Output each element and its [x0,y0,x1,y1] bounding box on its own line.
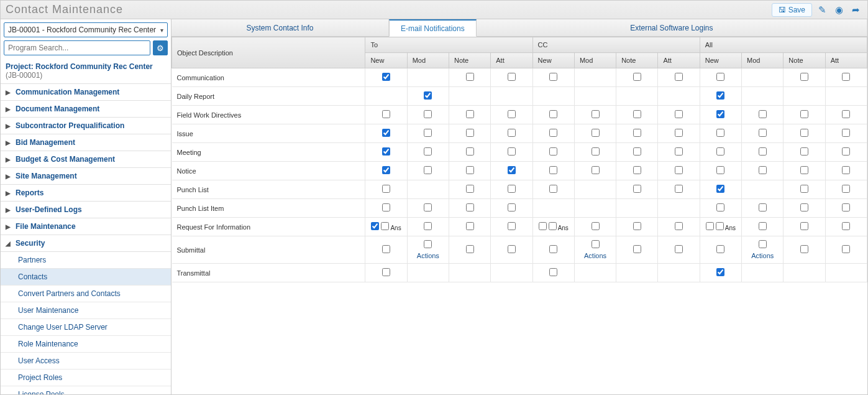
checkbox[interactable] [716,110,724,118]
checkbox[interactable] [675,166,683,174]
checkbox[interactable] [633,129,641,137]
nav-item[interactable]: ▶Subcontractor Prequalification [1,118,171,134]
nav-item[interactable]: ◢Security [1,235,171,252]
checkbox[interactable] [549,166,557,174]
tab-email-notifications[interactable]: E-mail Notifications [389,19,477,37]
checkbox[interactable] [842,222,850,230]
nav-item[interactable]: ▶User-Defined Logs [1,202,171,218]
checkbox[interactable] [549,110,557,118]
checkbox[interactable] [592,110,600,118]
checkbox[interactable] [800,110,808,118]
checkbox[interactable] [549,268,557,276]
checkbox[interactable] [759,166,767,174]
actions-link[interactable]: Actions [747,252,778,259]
checkbox[interactable] [592,166,600,174]
tab-system-contact[interactable]: System Contact Info [171,19,389,36]
checkbox[interactable] [842,73,850,81]
checkbox[interactable] [842,166,850,174]
checkbox[interactable] [759,147,767,156]
checkbox[interactable] [633,222,641,230]
nav-item[interactable]: ▶Site Management [1,168,171,185]
checkbox[interactable] [466,222,474,230]
checkbox-ans[interactable] [716,222,724,230]
checkbox[interactable] [716,129,724,137]
checkbox[interactable] [675,147,683,156]
nav-sub-item[interactable]: User Access [1,353,171,369]
checkbox[interactable] [508,203,516,211]
checkbox[interactable] [716,73,724,81]
nav-sub-item[interactable]: Project Roles [1,369,171,386]
checkbox[interactable] [382,110,390,118]
checkbox[interactable] [508,147,516,156]
checkbox[interactable] [382,185,390,193]
checkbox[interactable] [424,222,432,230]
actions-link[interactable]: Actions [413,252,444,259]
checkbox[interactable] [382,245,390,253]
checkbox[interactable] [759,129,767,137]
checkbox[interactable] [716,147,724,156]
checkbox[interactable] [675,222,683,230]
checkbox[interactable] [466,245,474,253]
checkbox[interactable] [508,166,516,174]
checkbox[interactable] [633,166,641,174]
checkbox[interactable] [759,240,767,248]
checkbox[interactable] [675,73,683,81]
checkbox[interactable] [842,129,850,137]
nav-sub-item[interactable]: User Maintenance [1,302,171,319]
checkbox[interactable] [716,166,724,174]
checkbox[interactable] [371,222,379,230]
checkbox[interactable] [382,166,390,174]
edit-icon[interactable]: ✎ [816,3,829,17]
nav-item[interactable]: ▶Bid Management [1,134,171,151]
checkbox[interactable] [424,166,432,174]
user-icon[interactable]: ◉ [833,3,846,17]
checkbox[interactable] [382,268,390,276]
checkbox[interactable] [800,185,808,193]
nav-item[interactable]: ▶Communication Management [1,84,171,101]
nav-sub-item[interactable]: Convert Partners and Contacts [1,286,171,302]
checkbox[interactable] [508,129,516,137]
nav-item[interactable]: ▶File Maintenance [1,218,171,235]
nav-item[interactable]: ▶Reports [1,185,171,202]
checkbox[interactable] [842,185,850,193]
checkbox[interactable] [466,203,474,211]
checkbox[interactable] [466,110,474,118]
checkbox[interactable] [424,147,432,156]
checkbox[interactable] [633,185,641,193]
nav-sub-item[interactable]: Partners [1,252,171,269]
nav-sub-item[interactable]: Contacts [1,269,171,286]
checkbox[interactable] [539,222,547,230]
logout-icon[interactable]: ➦ [849,3,862,17]
checkbox[interactable] [466,73,474,81]
checkbox[interactable] [759,110,767,118]
checkbox[interactable] [675,245,683,253]
save-button[interactable]: 🖫 Save [772,3,812,17]
checkbox[interactable] [382,73,390,81]
checkbox[interactable] [424,91,432,100]
checkbox[interactable] [633,147,641,156]
checkbox[interactable] [842,245,850,253]
checkbox[interactable] [842,203,850,211]
checkbox[interactable] [382,147,390,156]
checkbox[interactable] [800,147,808,156]
checkbox[interactable] [466,185,474,193]
checkbox[interactable] [508,245,516,253]
checkbox[interactable] [675,129,683,137]
checkbox[interactable] [716,185,724,193]
checkbox[interactable] [842,147,850,156]
checkbox[interactable] [382,129,390,137]
checkbox[interactable] [759,203,767,211]
checkbox[interactable] [592,222,600,230]
checkbox[interactable] [466,147,474,156]
checkbox[interactable] [800,166,808,174]
checkbox[interactable] [800,203,808,211]
checkbox[interactable] [842,110,850,118]
checkbox[interactable] [508,185,516,193]
checkbox[interactable] [466,166,474,174]
checkbox[interactable] [508,110,516,118]
checkbox[interactable] [382,203,390,211]
checkbox[interactable] [592,129,600,137]
checkbox[interactable] [424,110,432,118]
checkbox[interactable] [549,73,557,81]
checkbox[interactable] [633,73,641,81]
